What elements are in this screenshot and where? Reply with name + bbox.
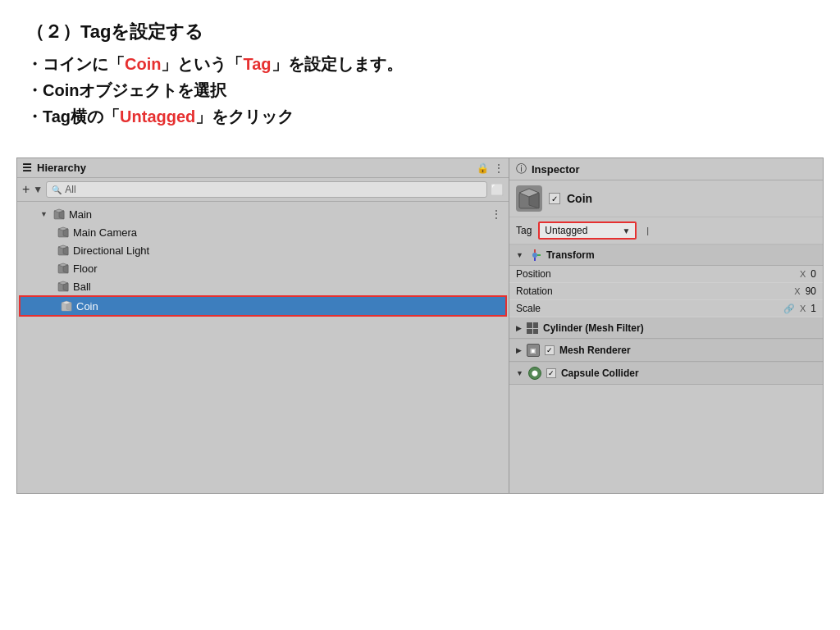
tag-dropdown-arrow: ▼ [622,226,630,235]
tag-dropdown[interactable]: Untagged ▼ [538,221,637,240]
cube-icon-maincamera [57,226,70,239]
capsule-collider-header[interactable]: ▼ ⬤ ✓ Capsule Collider [509,362,823,385]
line3-before: ・Tag横の「 [26,107,120,126]
mesh-renderer-header[interactable]: ▶ ▣ ✓ Mesh Renderer [509,339,823,362]
svg-marker-8 [63,247,68,255]
lock-icon[interactable]: 🔒 [477,162,489,174]
unity-editor: ☰ Hierarchy 🔒 ⋮ + ▼ 🔍 All ⬜ ▼ [16,158,824,494]
instruction-line-3: ・Tag横の「Untagged」をクリック [26,103,814,130]
hierarchy-item-maincamera[interactable]: Main Camera [17,223,509,241]
object-icon [516,185,542,212]
transform-section-header[interactable]: ▼ Transform [509,244,823,266]
inspector-panel: ⓘ Inspector ✓ Coin Tag Un [509,158,823,493]
instruction-title: （２）Tagを設定する [26,20,814,44]
mesh-renderer-icon: ▣ [527,344,540,357]
hierarchy-panel: ☰ Hierarchy 🔒 ⋮ + ▼ 🔍 All ⬜ ▼ [17,158,509,493]
instructions-panel: （２）Tagを設定する ・コインに「Coin」という「Tag」を設定します。 ・… [0,0,840,143]
search-icon: 🔍 [52,185,62,194]
mesh-filter-icon [527,322,538,334]
line1-before: ・コインに「 [26,55,125,73]
inspector-title: Inspector [532,163,580,176]
cube-icon-ball [57,280,70,293]
line1-mid: 」という「 [161,55,243,73]
scale-row: Scale 🔗 X 1 [509,300,823,317]
add-button[interactable]: + [22,182,30,197]
meshrenderer-expand-icon: ▶ [516,346,522,354]
capsule-collider-title: Capsule Collider [561,368,639,379]
svg-marker-5 [63,229,68,237]
object-header: ✓ Coin [509,180,823,217]
hierarchy-header: ☰ Hierarchy 🔒 ⋮ [17,158,509,178]
hierarchy-content: ▼ Main ⋮ [17,202,509,493]
hierarchy-item-coin[interactable]: Coin [19,295,507,317]
mesh-renderer-checkbox[interactable]: ✓ [545,345,555,355]
meshfilter-expand-icon: ▶ [516,324,522,332]
transform-expand-icon: ▼ [516,251,523,259]
hierarchy-item-ball[interactable]: Ball [17,277,509,295]
instruction-line-1: ・コインに「Coin」という「Tag」を設定します。 [26,51,814,77]
rotation-x-value: 90 [806,285,816,297]
svg-marker-14 [63,283,68,291]
hierarchy-item-main[interactable]: ▼ Main ⋮ [17,205,509,223]
info-icon: ⓘ [516,162,527,176]
rotation-label: Rotation [516,285,582,297]
cube-icon-dirlight [57,244,70,257]
hierarchy-item-maincamera-label: Main Camera [73,226,137,239]
svg-marker-17 [66,303,71,311]
hierarchy-item-main-label: Main [69,208,92,221]
object-name-label: Coin [567,192,592,205]
cube-icon-main [52,208,66,221]
svg-marker-2 [59,211,64,219]
inspector-content: ✓ Coin Tag Untagged ▼ | ▼ [509,180,823,493]
hierarchy-header-right: 🔒 ⋮ [477,162,504,174]
position-row: Position X 0 [509,266,823,283]
capsulecollider-expand-icon: ▼ [516,369,523,377]
cube-icon-floor [57,262,70,275]
position-xyz: X 0 [800,268,816,280]
svg-marker-11 [63,265,68,273]
instruction-line-2: ・Coinオブジェクトを選択 [26,77,814,103]
scale-label: Scale [516,303,582,314]
mesh-filter-title: Cylinder (Mesh Filter) [543,322,644,334]
position-x-label: X [800,269,806,279]
hierarchy-item-ball-label: Ball [73,281,91,293]
transform-title: Transform [546,249,595,261]
hierarchy-title: ☰ Hierarchy [22,162,86,174]
more-options-icon[interactable]: ⋮ [494,162,504,174]
main-options-icon[interactable]: ⋮ [491,208,502,221]
search-text: All [65,184,75,195]
rotation-row: Rotation X 90 [509,283,823,300]
mesh-filter-header[interactable]: ▶ Cylinder (Mesh Filter) [509,317,823,339]
line2-text: ・Coinオブジェクトを選択 [26,81,226,99]
hierarchy-toolbar: + ▼ 🔍 All ⬜ [17,178,509,202]
scale-x-value: 1 [810,303,816,314]
layer-label: | [646,226,649,235]
line3-after: 」をクリック [195,107,294,126]
hierarchy-item-dirlight[interactable]: Directional Light [17,241,509,259]
hierarchy-item-floor-label: Floor [73,262,98,275]
tag-row: Tag Untagged ▼ | [509,217,823,244]
capsule-collider-icon: ⬤ [528,367,541,380]
rotation-xyz: X 90 [794,285,816,297]
position-x-value: 0 [810,268,816,280]
tag-value: Untagged [545,225,619,236]
scale-x-label: X [800,304,806,313]
hierarchy-menu-icon: ☰ [22,162,32,174]
expand-icon-main: ▼ [40,210,48,218]
svg-point-21 [532,253,537,258]
rotation-x-label: X [794,286,800,296]
cube-icon-coin [60,299,73,313]
capsule-collider-checkbox[interactable]: ✓ [546,368,556,378]
refresh-icon[interactable]: ⬜ [491,184,504,196]
line3-red: Untagged [120,107,195,126]
object-active-checkbox[interactable]: ✓ [549,193,560,204]
hierarchy-item-dirlight-label: Directional Light [73,244,149,257]
tag-label: Tag [516,225,532,236]
hierarchy-item-floor[interactable]: Floor [17,259,509,277]
position-label: Position [516,268,582,280]
line1-red1: Coin [125,55,161,73]
search-box[interactable]: 🔍 All [46,181,487,198]
dropdown-arrow-btn[interactable]: ▼ [33,184,43,195]
mesh-renderer-title: Mesh Renderer [559,345,631,356]
hierarchy-item-coin-label: Coin [76,300,98,313]
